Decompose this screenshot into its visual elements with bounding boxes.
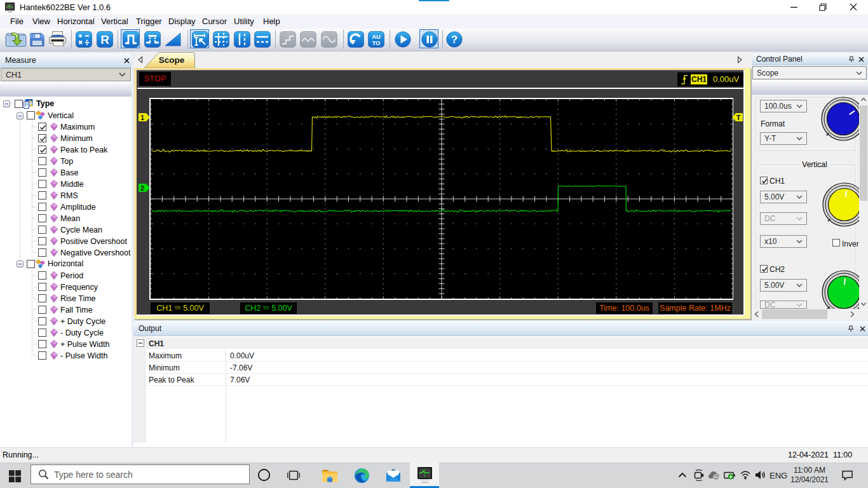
svg-text:TO: TO <box>372 39 380 46</box>
svg-text:T: T <box>736 114 741 121</box>
svg-text:2: 2 <box>140 184 144 192</box>
svg-text:Scope: Scope <box>159 55 185 65</box>
svg-text:?: ? <box>451 34 458 46</box>
svg-text:1: 1 <box>140 114 144 121</box>
svg-text:R: R <box>100 33 109 46</box>
